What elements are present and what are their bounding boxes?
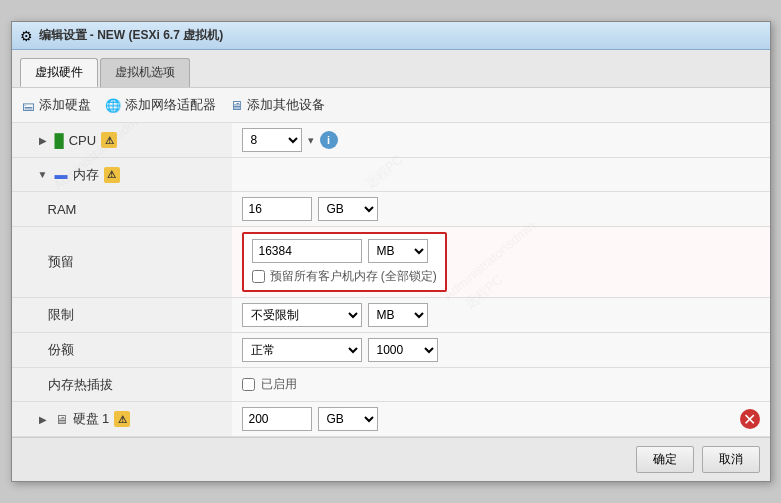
disk-label: ▶ 🖥 硬盘 1 ⚠: [12, 402, 232, 436]
reservation-checkbox-label: 预留所有客户机内存 (全部锁定): [270, 268, 437, 285]
disk-content: GB MB ✕: [232, 402, 770, 436]
disk-size-input[interactable]: [242, 407, 312, 431]
hotplug-text: 内存热插拔: [48, 376, 113, 394]
disk-unit-select[interactable]: GB MB: [318, 407, 378, 431]
titlebar: ⚙ 编辑设置 - NEW (ESXi 6.7 虚拟机): [12, 22, 770, 50]
hotplug-content: 已启用: [232, 368, 770, 401]
tabs-bar: 虚拟硬件 虚拟机选项: [12, 50, 770, 88]
memory-warning-icon: ⚠: [104, 167, 120, 183]
cpu-section: ▶ █ CPU ⚠ 8 1 2 4 ▾ i: [12, 123, 770, 158]
memory-text: 内存: [73, 166, 99, 184]
disk-expand-btn[interactable]: ▶: [36, 412, 50, 426]
ram-label: RAM: [12, 192, 232, 226]
limit-content: 不受限制 MB GB: [232, 298, 770, 332]
hotplug-row: 内存热插拔 已启用: [12, 368, 770, 402]
add-hardware-btn[interactable]: 🖴 添加硬盘: [22, 96, 91, 114]
reservation-value-input[interactable]: [252, 239, 362, 263]
tab-virtual-hardware[interactable]: 虚拟硬件: [20, 58, 98, 87]
cpu-unit-label: ▾: [308, 134, 314, 147]
disk-icon: 🖥: [55, 412, 68, 427]
memory-content: [232, 158, 770, 191]
toolbar: 🖴 添加硬盘 🌐 添加网络适配器 🖥 添加其他设备: [12, 88, 770, 123]
content-area: ▶ █ CPU ⚠ 8 1 2 4 ▾ i: [12, 123, 770, 437]
ram-text: RAM: [48, 202, 77, 217]
hdd-icon: 🖴: [22, 98, 35, 113]
share-text: 份额: [48, 341, 74, 359]
disk-text: 硬盘 1: [73, 410, 110, 428]
memory-expand-btn[interactable]: ▼: [36, 168, 50, 182]
reservation-content: MB GB 预留所有客户机内存 (全部锁定): [232, 227, 770, 297]
disk-delete-btn[interactable]: ✕: [740, 409, 760, 429]
memory-section: ▼ ▬ 内存 ⚠: [12, 158, 770, 192]
reservation-unit-select[interactable]: MB GB: [368, 239, 428, 263]
ram-unit-select[interactable]: GB MB: [318, 197, 378, 221]
cpu-info-btn[interactable]: i: [320, 131, 338, 149]
share-label: 份额: [12, 333, 232, 367]
cpu-icon: █: [55, 133, 64, 148]
add-other-btn[interactable]: 🖥 添加其他设备: [230, 96, 325, 114]
bottom-bar: 确定 取消: [12, 437, 770, 481]
tab-vm-options[interactable]: 虚拟机选项: [100, 58, 190, 87]
share-value-select[interactable]: 正常 低 高 自定义: [242, 338, 362, 362]
cpu-expand-btn[interactable]: ▶: [36, 133, 50, 147]
memory-icon: ▬: [55, 167, 68, 182]
limit-row: 限制 不受限制 MB GB: [12, 298, 770, 333]
cpu-warning-icon: ⚠: [101, 132, 117, 148]
titlebar-title: 编辑设置 - NEW (ESXi 6.7 虚拟机): [39, 27, 224, 44]
disk-warning-icon: ⚠: [114, 411, 130, 427]
ram-row: RAM GB MB: [12, 192, 770, 227]
hotplug-label: 内存热插拔: [12, 368, 232, 401]
ram-content: GB MB: [232, 192, 770, 226]
limit-unit-select[interactable]: MB GB: [368, 303, 428, 327]
cancel-button[interactable]: 取消: [702, 446, 760, 473]
cpu-text: CPU: [69, 133, 96, 148]
network-icon: 🌐: [105, 98, 121, 113]
share-content: 正常 低 高 自定义 1000: [232, 333, 770, 367]
share-number-select[interactable]: 1000: [368, 338, 438, 362]
cpu-label: ▶ █ CPU ⚠: [12, 123, 232, 157]
limit-value-select[interactable]: 不受限制: [242, 303, 362, 327]
hotplug-checkbox-label: 已启用: [261, 376, 297, 393]
cpu-content: 8 1 2 4 ▾ i: [232, 123, 770, 157]
share-row: 份额 正常 低 高 自定义 1000: [12, 333, 770, 368]
ram-value-input[interactable]: [242, 197, 312, 221]
add-network-label: 添加网络适配器: [125, 96, 216, 114]
titlebar-icon: ⚙: [20, 28, 33, 44]
add-network-btn[interactable]: 🌐 添加网络适配器: [105, 96, 216, 114]
reservation-text: 预留: [48, 253, 74, 271]
disk-section: ▶ 🖥 硬盘 1 ⚠ GB MB ✕: [12, 402, 770, 437]
hotplug-checkbox[interactable]: [242, 378, 255, 391]
add-hardware-label: 添加硬盘: [39, 96, 91, 114]
memory-label: ▼ ▬ 内存 ⚠: [12, 158, 232, 191]
add-other-label: 添加其他设备: [247, 96, 325, 114]
cpu-count-select[interactable]: 8 1 2 4: [242, 128, 302, 152]
add-other-icon: 🖥: [230, 98, 243, 113]
ok-button[interactable]: 确定: [636, 446, 694, 473]
limit-text: 限制: [48, 306, 74, 324]
reservation-label: 预留: [12, 227, 232, 297]
limit-label: 限制: [12, 298, 232, 332]
reservation-checkbox[interactable]: [252, 270, 265, 283]
reservation-row: 预留 MB GB 预留所有客户机内存 (全部锁定): [12, 227, 770, 298]
